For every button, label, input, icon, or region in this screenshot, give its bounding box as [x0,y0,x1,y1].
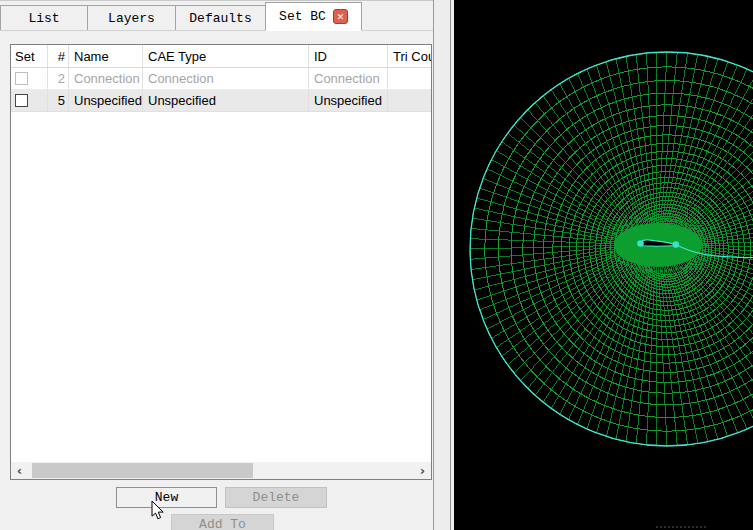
column-header-tri-count[interactable]: Tri Count [388,45,431,67]
column-header-cae-type[interactable]: CAE Type [143,45,309,67]
cell-cae-type: Unspecified [143,90,309,111]
viewport[interactable] [454,0,753,530]
tab-layers-label: Layers [108,11,155,26]
sort-ascending-icon: ^ [345,45,352,49]
tab-layers[interactable]: Layers [87,5,176,30]
cell-number: 5 [48,90,69,111]
column-header-name[interactable]: Name [69,45,143,67]
column-header-set[interactable]: Set [11,45,48,67]
tab-defaults-label: Defaults [189,11,251,26]
mouse-cursor [151,500,167,522]
scrollbar-track[interactable] [28,462,414,479]
scrollbar-thumb[interactable] [32,463,253,478]
cell-id: Connection [309,68,388,89]
splitter-line-right [450,0,451,530]
checkbox[interactable] [15,94,28,107]
cell-set [11,90,48,111]
cell-cae-type: Connection [143,68,309,89]
cell-tri-count [388,68,431,89]
tab-list[interactable]: List [0,5,88,30]
tab-list-label: List [28,11,59,26]
cell-name: Unspecified [69,90,143,111]
viewport-mesh [454,0,753,530]
tab-set-bc[interactable]: Set BC ✕ [265,2,362,31]
column-header-number[interactable]: # [48,45,69,67]
cell-id: Unspecified [309,90,388,111]
close-icon[interactable]: ✕ [333,9,348,24]
checkbox-disabled [15,72,28,85]
table-row-connection[interactable]: 2 Connection Connection Connection [11,68,431,90]
cell-number: 2 [48,68,69,89]
scroll-left-icon[interactable]: ‹ [11,462,28,479]
horizontal-scrollbar[interactable]: ‹ › [11,462,431,479]
delete-button: Delete [225,487,327,508]
bc-table: Set # Name CAE Type ID ^ Tri Count 2 Con… [10,44,432,480]
tab-defaults[interactable]: Defaults [175,5,266,30]
cell-set [11,68,48,89]
splitter-line-left [433,0,434,530]
table-row-unspecified[interactable]: 5 Unspecified Unspecified Unspecified [11,90,431,112]
table-header-row: Set # Name CAE Type ID ^ Tri Count [11,45,431,68]
column-header-id[interactable]: ID ^ [309,45,388,67]
column-header-id-label: ID [314,49,327,64]
application-window: List Layers Defaults Set BC ✕ Set # Name… [0,0,753,530]
scroll-right-icon[interactable]: › [414,462,431,479]
tab-bar: List Layers Defaults Set BC ✕ [0,1,433,31]
cell-tri-count [388,90,431,111]
cell-name: Connection [69,68,143,89]
tab-set-bc-label: Set BC [279,9,326,24]
add-to-selection-button: Add To Selection [171,514,274,530]
